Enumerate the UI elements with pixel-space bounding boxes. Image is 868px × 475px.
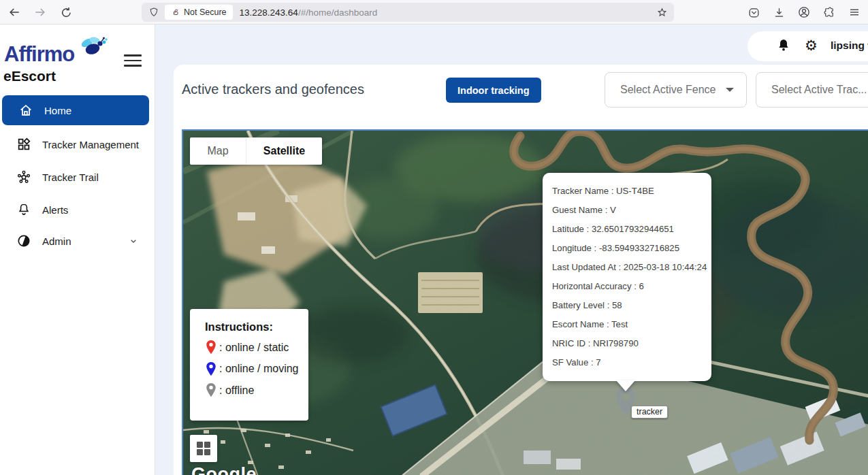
shield-permissions-icon[interactable]: [148, 7, 159, 18]
url-bar[interactable]: Not Secure 13.228.243.64/#/home/dashboar…: [142, 3, 674, 22]
not-secure-badge[interactable]: Not Secure: [165, 5, 233, 20]
select-active-tracker-dropdown[interactable]: Select Active Trac...: [756, 72, 868, 108]
dropdown-caret-icon: [726, 88, 734, 92]
sidebar: Affirmo eEscort Home Tracker Management …: [0, 24, 155, 475]
page-title: Active trackers and geofences: [182, 82, 364, 97]
select-active-tracker-label: Select Active Trac...: [771, 84, 867, 96]
account-icon[interactable]: [796, 4, 812, 20]
popup-line: Horizontal Accuracy : 6: [552, 277, 711, 296]
browser-action-icons: [745, 3, 863, 22]
tracker-info-popup: Tracker Name : US-T4BE Guest Name : V La…: [543, 173, 711, 381]
admin-pie-icon: [16, 233, 31, 248]
legend-item-online-moving: : online / moving: [205, 361, 308, 376]
settings-gear-icon[interactable]: ⚙: [805, 37, 818, 54]
chevron-down-icon[interactable]: [128, 235, 139, 246]
browser-forward-icon[interactable]: [31, 3, 49, 21]
downloads-icon[interactable]: [771, 4, 787, 20]
popup-line: Tracker Name : US-T4BE: [552, 182, 711, 201]
tracker-marker-label[interactable]: tracker: [631, 406, 668, 419]
map-canvas[interactable]: Map Satellite Instructions: : online / s…: [182, 129, 868, 475]
legend-item-label: : online / moving: [219, 363, 299, 375]
not-secure-label: Not Secure: [184, 7, 227, 17]
sidebar-hamburger-icon[interactable]: [124, 54, 142, 70]
map-tiles-toggle-button[interactable]: [190, 435, 217, 462]
sidebar-item-admin[interactable]: Admin: [0, 226, 155, 256]
url-text: 13.228.243.64/#/home/dashboard: [240, 7, 378, 18]
topbar-user-pill: ⚙ lipsing t: [748, 31, 868, 61]
pocket-icon[interactable]: [745, 4, 762, 20]
trail-network-icon: [16, 169, 31, 184]
indoor-tracking-button[interactable]: Indoor tracking: [446, 78, 541, 103]
legend-item-offline: : offline: [205, 383, 308, 398]
popup-line: Longitude : -83.5949332716825: [552, 239, 711, 258]
brand-logo: Affirmo: [4, 42, 74, 67]
sidebar-item-home[interactable]: Home: [2, 95, 149, 125]
popup-line: Escort Name : Test: [552, 315, 711, 334]
google-attribution: Google: [191, 464, 257, 475]
map-type-control: Map Satellite: [190, 137, 322, 165]
product-name: eEscort: [3, 68, 56, 84]
sidebar-item-tracker-trail[interactable]: Tracker Trail: [0, 162, 155, 192]
bee-logo-icon: [76, 34, 108, 64]
sidebar-item-label: Home: [44, 105, 71, 116]
red-pin-icon: [205, 340, 217, 355]
browser-back-icon[interactable]: [5, 3, 23, 21]
popup-line: Last Updated At : 2025-03-18 10:44:24: [552, 258, 711, 277]
menu-icon[interactable]: [846, 4, 863, 20]
broken-lock-icon: [171, 7, 180, 17]
username-label[interactable]: lipsing t: [831, 39, 868, 52]
legend-item-online-static: : online / static: [205, 340, 308, 355]
browser-reload-icon[interactable]: [57, 3, 75, 21]
popup-line: Battery Level : 58: [552, 296, 711, 315]
legend-item-label: : online / static: [219, 342, 289, 354]
popup-tail: [616, 380, 635, 391]
browser-toolbar: Not Secure 13.228.243.64/#/home/dashboar…: [0, 0, 868, 24]
popup-line: Guest Name : V: [552, 201, 711, 220]
select-active-fence-dropdown[interactable]: Select Active Fence: [605, 72, 747, 108]
bookmark-star-icon[interactable]: [656, 7, 668, 18]
sidebar-item-label: Alerts: [42, 204, 68, 216]
notifications-bell-icon[interactable]: [776, 38, 791, 56]
gray-pin-icon: [205, 382, 217, 398]
legend-title: Instructions:: [205, 321, 308, 333]
sidebar-item-label: Tracker Trail: [42, 171, 99, 183]
sidebar-item-label: Tracker Management: [42, 139, 139, 150]
legend-panel: Instructions: : online / static : online…: [190, 309, 308, 421]
satellite-imagery: [183, 131, 868, 475]
blue-pin-icon: [205, 361, 217, 377]
bell-outline-icon: [16, 202, 31, 217]
map-type-satellite-button[interactable]: Satellite: [246, 137, 322, 165]
sidebar-item-alerts[interactable]: Alerts: [0, 195, 155, 225]
select-active-fence-label: Select Active Fence: [620, 84, 716, 96]
sidebar-item-tracker-management[interactable]: Tracker Management: [0, 129, 155, 159]
dashboard-grid-icon: [16, 137, 31, 152]
extensions-icon[interactable]: [821, 4, 837, 20]
popup-line: SF Value : 7: [552, 353, 711, 372]
url-host: 13.228.243.64: [240, 7, 298, 18]
popup-line: NRIC ID : NRI798790: [552, 334, 711, 353]
sidebar-item-label: Admin: [42, 235, 71, 247]
url-path: /#/home/dashboard: [298, 7, 377, 18]
popup-line: Latitude : 32.65017932944651: [552, 220, 711, 239]
legend-item-label: : offline: [219, 384, 254, 397]
home-icon: [18, 103, 33, 118]
grid-icon: [197, 442, 210, 455]
map-type-map-button[interactable]: Map: [190, 137, 246, 165]
